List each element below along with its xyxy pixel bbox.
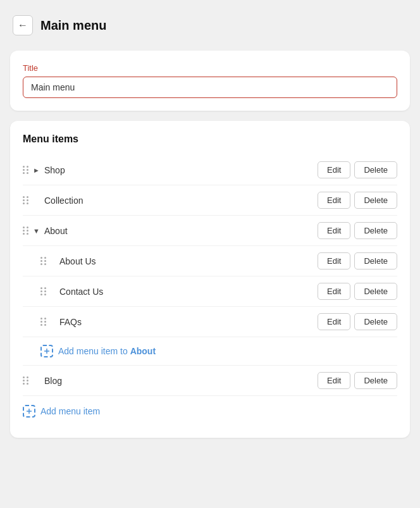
menu-item-faqs: FAQs Edit Delete xyxy=(23,307,397,337)
blog-label: Blog xyxy=(44,376,314,386)
menu-item-contact-us: Contact Us Edit Delete xyxy=(23,276,397,307)
chevron-down-about: ▼ xyxy=(33,227,42,235)
menu-item-about: ▼ About Edit Delete xyxy=(23,216,397,246)
about-us-delete-button[interactable]: Delete xyxy=(354,252,397,269)
drag-handle-contact-us[interactable] xyxy=(40,287,47,295)
add-child-label[interactable]: Add menu item to About xyxy=(58,346,156,356)
contact-us-edit-button[interactable]: Edit xyxy=(318,283,350,300)
menu-item-shop: ► Shop Edit Delete xyxy=(23,155,397,185)
faqs-delete-button[interactable]: Delete xyxy=(354,313,397,330)
blog-delete-button[interactable]: Delete xyxy=(354,372,397,389)
collection-delete-button[interactable]: Delete xyxy=(354,192,397,209)
page-title: Main menu xyxy=(40,18,106,33)
add-root-label[interactable]: Add menu item xyxy=(40,406,100,416)
title-card: Title xyxy=(10,51,410,111)
add-menu-item-to-about-row: Add menu item to About xyxy=(23,337,397,366)
shop-label: Shop xyxy=(44,165,314,175)
about-us-label: About Us xyxy=(59,256,314,266)
back-icon: ← xyxy=(18,20,28,31)
page-header: ← Main menu xyxy=(10,10,410,40)
faqs-edit-button[interactable]: Edit xyxy=(318,313,350,330)
drag-handle-shop[interactable] xyxy=(23,166,29,174)
title-field-label: Title xyxy=(23,63,397,73)
title-input[interactable] xyxy=(23,77,397,98)
chevron-right-shop: ► xyxy=(33,166,42,174)
drag-handle-about-us[interactable] xyxy=(40,257,47,265)
contact-us-delete-button[interactable]: Delete xyxy=(354,283,397,300)
shop-edit-button[interactable]: Edit xyxy=(318,161,350,178)
about-us-edit-button[interactable]: Edit xyxy=(318,252,350,269)
shop-delete-button[interactable]: Delete xyxy=(354,161,397,178)
about-label: About xyxy=(44,226,314,236)
about-edit-button[interactable]: Edit xyxy=(318,222,350,239)
menu-items-card: Menu items ► Shop Edit Delete Collection… xyxy=(10,121,410,438)
add-child-target: About xyxy=(130,346,156,356)
menu-items-title: Menu items xyxy=(23,133,397,145)
about-delete-button[interactable]: Delete xyxy=(354,222,397,239)
drag-handle-faqs[interactable] xyxy=(40,318,47,326)
back-button[interactable]: ← xyxy=(13,15,33,35)
faqs-label: FAQs xyxy=(59,317,314,327)
contact-us-label: Contact Us xyxy=(59,287,314,297)
menu-item-about-us: About Us Edit Delete xyxy=(23,246,397,276)
drag-handle-blog[interactable] xyxy=(23,376,29,385)
collection-edit-button[interactable]: Edit xyxy=(318,192,350,209)
menu-item-blog: Blog Edit Delete xyxy=(23,366,397,396)
menu-item-collection: Collection Edit Delete xyxy=(23,185,397,216)
drag-handle-about[interactable] xyxy=(23,226,29,235)
blog-edit-button[interactable]: Edit xyxy=(318,372,350,389)
collection-label: Collection xyxy=(44,195,314,206)
add-menu-item-root-row: Add menu item xyxy=(23,396,397,425)
add-child-icon xyxy=(40,345,53,357)
drag-handle-collection[interactable] xyxy=(23,196,29,204)
add-root-icon xyxy=(23,405,35,418)
